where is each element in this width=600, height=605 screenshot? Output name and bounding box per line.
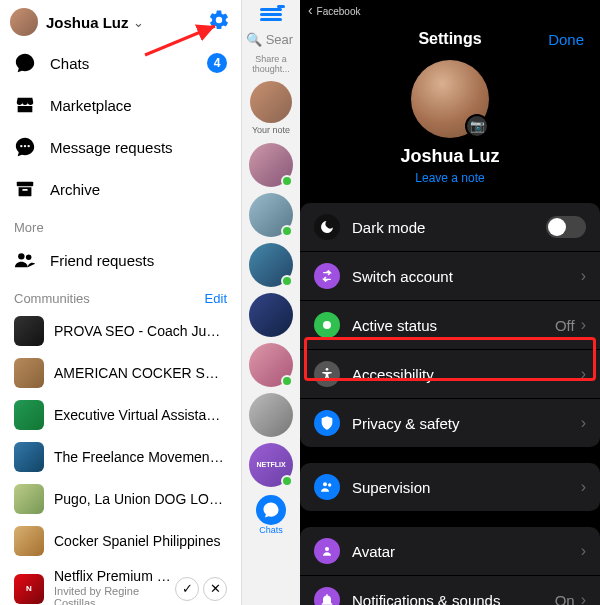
nav-marketplace[interactable]: Marketplace [0,84,241,126]
nav-archive[interactable]: Archive [0,168,241,210]
row-label: Supervision [352,479,581,496]
row-accessibility[interactable]: Accessibility › [300,350,600,399]
community-item[interactable]: AMERICAN COCKER SPANIEL... [0,352,241,394]
leave-note-button[interactable]: Leave a note [415,171,484,185]
story-avatar[interactable] [249,343,293,387]
nav-label: Chats [50,55,89,72]
chevron-right-icon: › [581,316,586,334]
moon-icon [314,214,340,240]
row-label: Privacy & safety [352,415,581,432]
communities-header: Communities Edit [0,281,241,310]
supervision-icon [314,474,340,500]
row-label: Avatar [352,543,581,560]
svg-point-6 [26,255,31,261]
settings-gear-button[interactable] [207,8,231,32]
svg-point-5 [18,253,24,259]
story-avatar[interactable] [249,193,293,237]
settings-group: Supervision › [300,463,600,511]
row-label: Dark mode [352,219,546,236]
bell-icon [314,587,340,605]
community-item[interactable]: The Freelance Movement | Fre... [0,436,241,478]
chevron-right-icon: › [581,365,586,383]
community-item[interactable]: Pugo, La Union DOG LOVERS 🐶 [0,478,241,520]
nav-friend-requests[interactable]: Friend requests [0,239,241,281]
people-icon [14,249,36,271]
story-avatar[interactable]: NETFLIX [249,443,293,487]
active-dot [281,225,293,237]
nav-label: Marketplace [50,97,132,114]
row-label: Switch account [352,268,581,285]
message-dots-icon [14,136,36,158]
row-active-status[interactable]: Active status Off › [300,301,600,350]
settings-group: Avatar › Notifications & sounds On › Ord… [300,527,600,605]
settings-header: Settings Done [300,20,600,56]
community-thumbnail [14,400,44,430]
row-dark-mode[interactable]: Dark mode [300,203,600,252]
more-header: More [0,210,241,239]
chats-tab[interactable]: Chats [249,495,293,533]
your-note-label: Your note [242,125,300,135]
story-avatar[interactable] [249,293,293,337]
nav-chats[interactable]: Chats 4 [0,42,241,84]
done-button[interactable]: Done [548,31,584,48]
community-label: Cocker Spaniel Philippines [54,533,227,549]
nav-message-requests[interactable]: Message requests [0,126,241,168]
your-note-avatar[interactable] [250,81,292,123]
camera-icon[interactable]: 📷 [465,114,489,138]
row-label: Notifications & sounds [352,592,555,606]
chevron-right-icon: › [581,267,586,285]
community-thumbnail [14,442,44,472]
svg-point-8 [326,368,329,371]
back-to-facebook[interactable]: Facebook [308,2,360,18]
accept-invite-button[interactable]: ✓ [175,577,199,601]
community-item[interactable]: PROVA SEO - Coach Jude - SE... [0,310,241,352]
community-label: Pugo, La Union DOG LOVERS 🐶 [54,491,227,507]
row-notifications[interactable]: Notifications & sounds On › [300,576,600,605]
row-privacy-safety[interactable]: Privacy & safety › [300,399,600,447]
dark-mode-toggle[interactable] [546,216,586,238]
svg-rect-4 [22,189,28,191]
chat-bubble-icon [14,52,36,74]
svg-point-1 [24,145,26,147]
active-dot [281,375,293,387]
svg-rect-3 [17,182,34,187]
story-avatar[interactable] [249,143,293,187]
page-title: Settings [418,30,481,48]
profile-avatar[interactable]: 📷 [411,60,489,138]
active-dot [281,275,293,287]
row-switch-account[interactable]: Switch account › [300,252,600,301]
sidebar-header: Joshua Luz ⌄ [0,0,241,42]
nav-label: Message requests [50,139,173,156]
row-label: Active status [352,317,555,334]
svg-point-11 [325,547,329,551]
section-label: More [14,220,44,235]
settings-screen: Facebook Settings Done 📷 Joshua Luz Leav… [300,0,600,605]
row-supervision[interactable]: Supervision › [300,463,600,511]
active-dot [281,475,293,487]
chevron-down-icon[interactable]: ⌄ [133,15,144,30]
active-dot [281,175,293,187]
note-prompt[interactable]: Share a thought... [242,55,300,75]
svg-point-10 [328,483,331,486]
story-avatar[interactable] [249,243,293,287]
unread-badge: 4 [207,53,227,73]
nav-label: Friend requests [50,252,154,269]
edit-communities-button[interactable]: Edit [205,291,227,306]
nav-label: Archive [50,181,100,198]
svg-point-9 [323,482,327,486]
menu-icon[interactable] [260,6,282,22]
messenger-sidebar-screen: Joshua Luz ⌄ Chats 4 Market [0,0,300,605]
community-thumbnail: N [14,574,44,604]
community-item[interactable]: Cocker Spaniel Philippines [0,520,241,562]
user-name[interactable]: Joshua Luz [46,14,129,31]
storefront-icon [14,94,36,116]
community-thumbnail [14,316,44,346]
sidebar: Joshua Luz ⌄ Chats 4 Market [0,0,242,605]
community-item[interactable]: Executive Virtual Assistant Co... [0,394,241,436]
community-item[interactable]: N Netflix Premium Sell... Invited by Reg… [0,562,241,605]
story-avatar[interactable] [249,393,293,437]
row-avatar[interactable]: Avatar › [300,527,600,576]
user-avatar[interactable] [10,8,38,36]
decline-invite-button[interactable]: ✕ [203,577,227,601]
search-field-peek[interactable]: 🔍 Sear [246,32,300,47]
